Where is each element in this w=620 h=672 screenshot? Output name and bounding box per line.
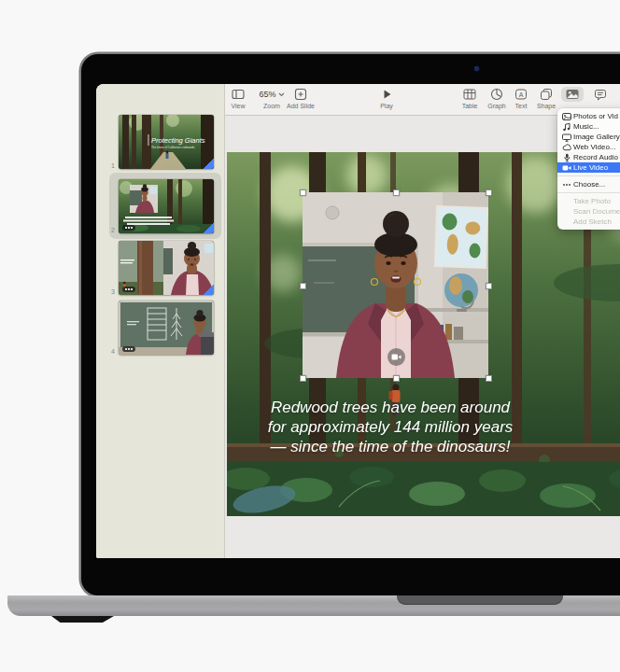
selection-handle-nw[interactable]: [300, 189, 306, 196]
svg-text:A: A: [519, 91, 524, 98]
music-note-icon: [562, 122, 573, 132]
selection-handle-ne[interactable]: [486, 189, 492, 196]
menu-separator: [557, 192, 620, 193]
media-badge: [122, 346, 135, 352]
chart-icon: [483, 87, 511, 102]
table-button[interactable]: Table: [456, 87, 484, 109]
shape-button[interactable]: Shape: [533, 87, 559, 109]
media-dropdown-menu: Photos or Vid Music... Image Gallery: [557, 108, 620, 230]
text-icon: A: [508, 87, 534, 102]
macbook-base: [7, 595, 620, 616]
menu-item-add-sketch: Add Sketch: [557, 217, 620, 227]
menu-item-web-video[interactable]: Web Video...: [557, 142, 620, 152]
transition-corner-icon: [204, 223, 214, 233]
slide-number: 2: [100, 227, 115, 233]
display-icon: [562, 133, 573, 142]
slide1-subtitle: The future of California's redwoods: [151, 146, 195, 149]
view-button[interactable]: View: [226, 87, 250, 109]
caption-line: — since the time of the dinosaurs!: [227, 437, 554, 456]
selection-handle-n[interactable]: [393, 189, 400, 196]
comment-icon: [587, 87, 613, 102]
ellipsis-icon: [562, 180, 573, 189]
comment-button[interactable]: [587, 87, 613, 102]
selection-handle-e[interactable]: [486, 283, 492, 289]
slide-number: 1: [100, 162, 115, 169]
caption-line: for approximately 144 million years: [227, 417, 554, 437]
menu-separator: [557, 175, 620, 176]
transition-corner-icon: [204, 159, 214, 169]
media-icon: [561, 87, 584, 102]
text-button[interactable]: A Text: [508, 87, 534, 109]
menu-item-choose[interactable]: Choose...: [557, 179, 620, 189]
add-slide-button[interactable]: Add Slide: [283, 87, 318, 109]
media-badge: [122, 287, 135, 292]
slide1-title: Protecting Giants: [151, 136, 205, 145]
caption-line: Redwood trees have been around: [227, 398, 554, 417]
macbook-screen-bezel: 1: [81, 54, 620, 595]
video-camera-icon: [391, 353, 402, 361]
add-slide-icon: [283, 87, 318, 102]
slide-thumbnail-2[interactable]: [119, 179, 214, 233]
selection-handle-se[interactable]: [486, 375, 492, 382]
table-icon: [456, 87, 484, 102]
graph-button[interactable]: Graph: [483, 87, 511, 109]
slide1-preview: Protecting Giants The future of Californ…: [119, 115, 214, 169]
slide-number: 4: [100, 348, 115, 355]
menu-item-record-audio[interactable]: Record Audio: [557, 152, 620, 162]
shape-icon: [533, 87, 559, 102]
play-icon: [373, 87, 401, 102]
slide-thumbnail-1[interactable]: Protecting Giants The future of Californ…: [119, 115, 214, 169]
slide-thumbnail-4[interactable]: [119, 301, 214, 355]
media-badge: [122, 225, 135, 231]
selection-handle-s[interactable]: [393, 375, 400, 382]
transition-corner-icon: [204, 285, 214, 295]
menu-item-music[interactable]: Music...: [557, 121, 620, 132]
menu-item-take-photo: Take Photo: [557, 196, 620, 206]
slide-caption-textbox[interactable]: Redwood trees have been around for appro…: [227, 398, 554, 456]
menu-item-scan-documents: Scan Documents: [557, 206, 620, 217]
cloud-icon: [562, 143, 573, 152]
microphone-icon: [562, 153, 573, 162]
selection-handle-w[interactable]: [300, 283, 306, 289]
webcam-icon: [474, 66, 479, 71]
macbook-foot-shadow: [51, 616, 114, 623]
menu-item-image-gallery[interactable]: Image Gallery: [557, 132, 620, 142]
live-video-badge: [388, 348, 405, 366]
sidebar-view-icon: [226, 87, 250, 102]
selection-handle-sw[interactable]: [300, 375, 306, 382]
photo-icon: [562, 112, 573, 121]
menu-item-photos[interactable]: Photos or Vid: [557, 111, 620, 121]
menu-item-live-video[interactable]: Live Video: [557, 162, 620, 173]
media-button[interactable]: [559, 87, 585, 102]
live-video-icon: [562, 163, 573, 173]
zoom-value: 65%: [259, 90, 275, 99]
slide-thumbnail-3[interactable]: [119, 241, 214, 295]
live-video-object[interactable]: [303, 192, 488, 378]
lid-notch: [397, 595, 563, 605]
slide-navigator: 1: [96, 84, 225, 558]
slide-number: 3: [100, 288, 115, 295]
page-background: 1: [0, 0, 620, 672]
keynote-window: 1: [96, 84, 620, 558]
play-button[interactable]: Play: [373, 87, 401, 109]
